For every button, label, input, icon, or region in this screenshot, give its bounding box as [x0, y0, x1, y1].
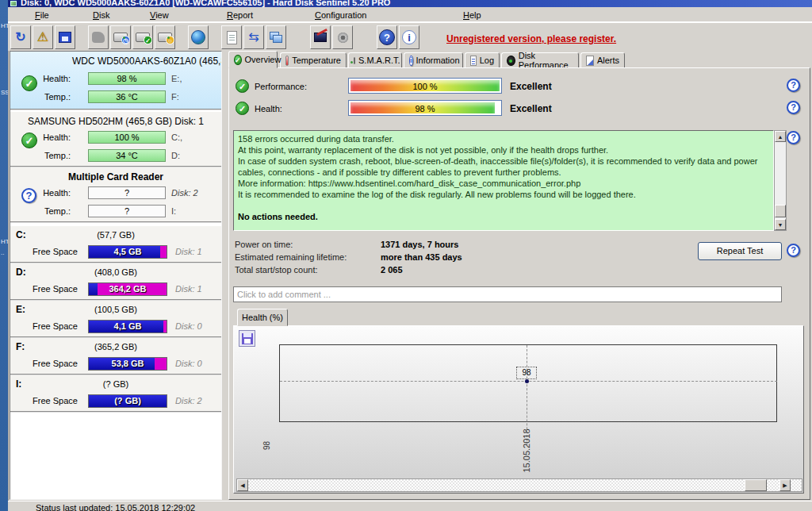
help-button[interactable]: ? [377, 25, 397, 49]
status-bar: Status last updated: 15.05.2018 12:29:02 [8, 501, 812, 511]
sound-button[interactable] [332, 25, 353, 49]
help-icon[interactable]: ? [787, 79, 800, 92]
drive-letters: C:, [171, 133, 182, 142]
tab-disk-performance[interactable]: Disk Performance [501, 52, 579, 68]
free-space-label: Free Space [33, 321, 78, 331]
stat-value: more than 435 days [381, 252, 462, 262]
health-ok-icon: ✓ [236, 102, 249, 115]
tab-temperature[interactable]: Temperature [280, 52, 347, 68]
unregistered-notice[interactable]: Unregistered version, please register. [446, 33, 616, 44]
send-report-button[interactable]: ⇆ [243, 25, 264, 49]
chart-scrollbar[interactable]: ◀ ▶ [236, 478, 802, 492]
tab-label: Alerts [597, 56, 619, 65]
info-icon: i [409, 56, 413, 66]
disk-icon [59, 32, 71, 43]
partition-item-d[interactable]: D: (408,0 GB) Free Space 364,2 GB Disk: … [10, 263, 221, 301]
disk-surface-test-button[interactable]: ○ [155, 25, 175, 49]
status-message-box: 158 errors occurred during data transfer… [233, 130, 774, 231]
tab-overview[interactable]: ✓ Overview [228, 51, 278, 68]
disk-menu-button[interactable] [55, 25, 75, 49]
speaker-icon [337, 32, 349, 44]
performance-meter: 100 % [348, 78, 502, 94]
performance-rating: Excellent [510, 81, 552, 92]
partition-item-e[interactable]: E: (100,5 GB) Free Space 4,1 GB Disk: 0 [10, 301, 221, 338]
partition-item-i[interactable]: I: (? GB) Free Space (? GB) Disk: 2 [10, 375, 221, 413]
performance-ok-icon: ✓ [236, 79, 249, 93]
disk-item-wdc[interactable]: WDC WD5000AAKS-60Z1A0 (465,8 GB) Disk: 0… [10, 52, 221, 110]
tab-information[interactable]: i Information [404, 52, 463, 68]
help-icon[interactable]: ? [787, 244, 800, 257]
save-graph-button[interactable] [239, 330, 255, 347]
scroll-up-icon[interactable]: ▲ [775, 131, 786, 142]
health-label: Health: [255, 104, 282, 113]
message-line[interactable]: More information: https://www.hdsentinel… [238, 178, 769, 189]
partition-disk-label: Disk: 0 [175, 359, 202, 368]
health-chart-panel: 98 98 15.05.2018 ◀ ▶ [233, 325, 804, 494]
menu-report[interactable]: Report [224, 10, 256, 21]
tab-alerts[interactable]: Alerts [580, 52, 625, 68]
free-space-label: Free Space [33, 284, 78, 294]
info-button[interactable]: i [399, 25, 419, 49]
comment-input[interactable] [233, 286, 782, 302]
repeat-test-button[interactable]: Repeat Test [698, 242, 782, 260]
menu-disk[interactable]: Disk [90, 10, 113, 21]
menu-configuration[interactable]: Configuration [312, 10, 370, 21]
world-icon [191, 30, 205, 44]
status-text: Status last updated: 15.05.2018 12:29:02 [36, 503, 195, 511]
detect-icon [92, 32, 105, 43]
message-scrollbar[interactable]: ▲ ▼ [774, 130, 787, 231]
health-meter: 98 % [348, 100, 502, 116]
partition-item-f[interactable]: F: (365,2 GB) Free Space 53,8 GB Disk: 0 [10, 338, 221, 375]
network-button[interactable] [266, 25, 286, 49]
performance-label: Performance: [255, 82, 307, 91]
partition-size: (57,7 GB) [10, 230, 221, 240]
alerts-button[interactable]: ⚠ [33, 25, 53, 49]
help-icon[interactable]: ? [787, 131, 800, 144]
title-bar[interactable]: Disk: 0, WDC WD5000AAKS-60Z1A0 [WD-WCAWF… [8, 0, 812, 7]
tab-log[interactable]: Log [465, 52, 500, 68]
free-space-value: 364,2 GB [89, 284, 167, 294]
disk-check-icon: ✓ [136, 33, 150, 42]
disk-icon [354, 57, 355, 64]
tab-health-graph[interactable]: Health (%) [237, 309, 288, 326]
menu-bar: File Disk View Report Configuration Help [8, 7, 812, 22]
disk-accept-button[interactable]: ✓ [132, 25, 153, 49]
partition-item-c[interactable]: C: (57,7 GB) Free Space 4,5 GB Disk: 1 [10, 226, 221, 263]
background-window-strip: HT SS HT .. [0, 0, 8, 511]
scroll-down-icon[interactable]: ▼ [775, 219, 786, 230]
health-label: Health: [21, 74, 71, 83]
overview-check-icon: ✓ [234, 55, 242, 65]
free-space-label: Free Space [33, 396, 78, 405]
disk-title: SAMSUNG HD502HM (465,8 GB) Disk: 1 [10, 116, 221, 127]
scroll-right-icon[interactable]: ▶ [779, 479, 791, 491]
disk-schedule-button[interactable]: ◷ [110, 25, 131, 49]
temp-label: Temp.: [21, 151, 71, 160]
menu-help[interactable]: Help [460, 10, 485, 21]
free-space-value: 4,5 GB [89, 247, 167, 256]
detect-button[interactable] [88, 25, 109, 49]
disk-title: Multiple Card Reader [10, 171, 221, 182]
scroll-thumb[interactable] [745, 479, 767, 491]
settings-button[interactable] [310, 25, 331, 49]
partition-size: (100,5 GB) [10, 305, 221, 314]
refresh-button[interactable]: ↻ [10, 25, 31, 49]
report-button[interactable] [221, 25, 242, 49]
tab-label: Log [480, 56, 494, 65]
network-icon [270, 32, 282, 43]
scroll-thumb[interactable] [775, 205, 786, 217]
disk-item-samsung[interactable]: SAMSUNG HD502HM (465,8 GB) Disk: 1 ✓ Hea… [10, 112, 221, 167]
help-icon[interactable]: ? [787, 101, 800, 114]
free-space-bar: 364,2 GB [88, 282, 167, 296]
disk-item-card-reader[interactable]: Multiple Card Reader ? Health: ? Disk: 2… [10, 167, 221, 223]
app-icon [10, 1, 17, 6]
menu-file[interactable]: File [32, 10, 52, 21]
help-icon: ? [379, 29, 395, 45]
free-space-bar: 4,1 GB [88, 320, 167, 333]
drive-letters: I: [171, 206, 176, 216]
free-space-bar: (? GB) [88, 394, 167, 408]
tab-smart[interactable]: S.M.A.R.T. [348, 52, 402, 68]
data-point-label: 98 [516, 367, 537, 379]
online-button[interactable] [188, 25, 209, 49]
scroll-left-icon[interactable]: ◀ [237, 479, 248, 491]
menu-view[interactable]: View [147, 10, 172, 21]
